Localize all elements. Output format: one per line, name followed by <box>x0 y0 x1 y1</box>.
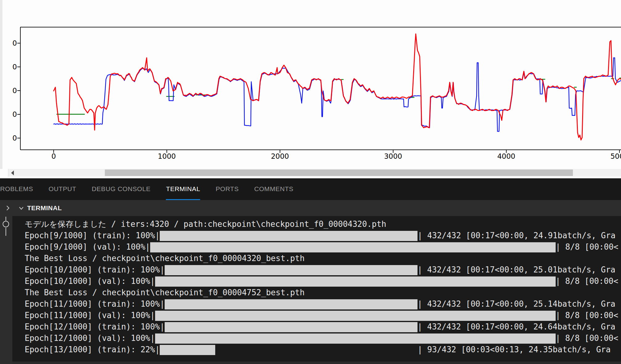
loss-plot-canvas <box>0 0 621 169</box>
progress-stats: | 8/8 [00:00< <box>556 311 619 320</box>
progress-stats: | 8/8 [00:00< <box>556 333 619 343</box>
terminal-next-line-partial <box>12 362 621 364</box>
y-tick-label-fragment: 0 <box>2 86 17 95</box>
terminal-line: Epoch[9/1000] (train): 100%|| 432/432 [0… <box>12 230 621 241</box>
y-tick-label-fragment: 0 <box>2 39 17 47</box>
progress-label: Epoch[10/1000] (train): 100%| <box>25 265 165 274</box>
panel-tab-output[interactable]: OUTPUT <box>49 178 76 200</box>
progress-stats: | 432/432 [00:17<00:00, 25.14batch/s, Gr… <box>417 299 615 309</box>
terminal-line: モデルを保存しました / iters:4320 / path:checkpoin… <box>12 219 621 230</box>
horizontal-scrollbar[interactable] <box>0 169 621 177</box>
progress-bar-filled <box>155 333 556 344</box>
panel-tab-bar: PROBLEMSOUTPUTDEBUG CONSOLETERMINALPORTS… <box>0 178 621 200</box>
terminal-line: Epoch[11/1000] (train): 100%|| 432/432 [… <box>12 298 621 310</box>
y-tick-label-fragment: 0 <box>2 110 17 119</box>
x-tick-label: 1000 <box>148 152 185 160</box>
progress-bar-filled <box>160 345 215 355</box>
bottom-panel: PROBLEMSOUTPUTDEBUG CONSOLETERMINALPORTS… <box>0 178 621 364</box>
progress-stats: | 432/432 [00:17<00:00, 25.01batch/s, Gr… <box>417 265 615 274</box>
progress-bar-filled <box>165 299 417 309</box>
x-tick-label: 3000 <box>375 152 412 160</box>
progress-bar-filled <box>155 276 556 287</box>
progress-stats: | 8/8 [00:00< <box>556 242 619 252</box>
vscode-window: 010002000300040005000 00000 PROBLEMSOUTP… <box>0 0 621 364</box>
terminal-line: Epoch[13/1000] (train): 22%|| 93/432 [00… <box>12 344 621 355</box>
scrollbar-corner <box>0 169 8 177</box>
y-tick-label-fragment: 0 <box>2 63 17 71</box>
progress-bar-empty <box>215 345 417 355</box>
terminal-line: Epoch[10/1000] (val): 100%|| 8/8 [00:00< <box>12 276 621 287</box>
progress-label: Epoch[13/1000] (train): 22%| <box>25 345 160 354</box>
x-tick-label: 0 <box>35 152 72 160</box>
progress-bar-filled <box>155 311 556 321</box>
progress-label: Epoch[12/1000] (train): 100%| <box>25 322 165 331</box>
terminal-line: Epoch[11/1000] (val): 100%|| 8/8 [00:00< <box>12 310 621 321</box>
x-tick-label: 5000 <box>601 152 621 160</box>
progress-bar-filled <box>165 265 417 275</box>
progress-stats: | 432/432 [00:17<00:00, 24.91batch/s, Gr… <box>417 231 615 240</box>
panel-tab-comments[interactable]: COMMENTS <box>254 178 293 200</box>
terminal-gutter <box>0 216 12 364</box>
panel-section-header: TERMINAL <box>0 200 621 216</box>
x-tick-label: 2000 <box>261 152 298 160</box>
progress-bar-filled <box>150 242 556 252</box>
progress-label: Epoch[9/1000] (val): 100%| <box>25 242 150 252</box>
training-loss-chart: 010002000300040005000 00000 <box>0 0 621 169</box>
panel-tab-debug-console[interactable]: DEBUG CONSOLE <box>92 178 150 200</box>
terminal-line: Epoch[12/1000] (train): 100%|| 432/432 [… <box>12 321 621 333</box>
y-tick-label-fragment: 0 <box>2 134 17 142</box>
progress-label: Epoch[10/1000] (val): 100%| <box>25 276 155 286</box>
terminal-output[interactable]: モデルを保存しました / iters:4320 / path:checkpoin… <box>0 216 621 364</box>
panel-tab-ports[interactable]: PORTS <box>216 178 239 200</box>
chevron-down-icon[interactable] <box>18 205 25 211</box>
x-tick-label: 4000 <box>488 152 525 160</box>
terminal-line: Epoch[9/1000] (val): 100%|| 8/8 [00:00< <box>12 241 621 253</box>
terminal-line: The Best Loss / checkpoint\checkpoint_f0… <box>12 253 621 264</box>
progress-bar-filled <box>165 322 417 332</box>
terminal-line: Epoch[10/1000] (train): 100%|| 432/432 [… <box>12 264 621 276</box>
panel-tab-terminal[interactable]: TERMINAL <box>166 178 200 200</box>
progress-label: Epoch[11/1000] (val): 100%| <box>25 311 155 320</box>
progress-label: Epoch[12/1000] (val): 100%| <box>25 333 155 343</box>
terminal-log: モデルを保存しました / iters:4320 / path:checkpoin… <box>12 216 621 364</box>
scrollbar-thumb[interactable] <box>105 170 573 176</box>
commit-node-icon <box>0 216 12 241</box>
progress-stats: | 432/432 [00:17<00:00, 24.64batch/s, Gr… <box>417 322 615 331</box>
terminal-line: Epoch[12/1000] (val): 100%|| 8/8 [00:00< <box>12 333 621 344</box>
panel-title: TERMINAL <box>27 204 62 212</box>
panel-tab-problems[interactable]: PROBLEMS <box>0 178 33 200</box>
scroll-left-arrow-icon[interactable] <box>11 170 14 175</box>
progress-stats: | 8/8 [00:00< <box>556 276 619 286</box>
progress-label: Epoch[11/1000] (train): 100%| <box>25 299 165 309</box>
progress-label: Epoch[9/1000] (train): 100%| <box>25 231 160 240</box>
terminal-line: The Best Loss / checkpoint\checkpoint_f0… <box>12 287 621 298</box>
progress-stats: | 93/432 [00:03<00:13, 24.35batch/s, Gra <box>417 345 611 354</box>
chevron-right-icon[interactable] <box>4 205 11 211</box>
progress-bar-filled <box>160 231 417 241</box>
